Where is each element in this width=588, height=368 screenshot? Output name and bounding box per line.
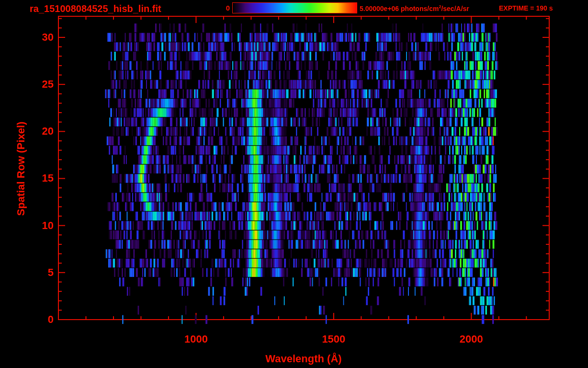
exptime-label: EXPTIME = 190 s bbox=[499, 4, 553, 12]
spectral-viewer-window: { "header": { "title": "ra_151008084525_… bbox=[0, 0, 588, 368]
y-tick-label-15: 15 bbox=[15, 172, 54, 185]
colorbar-max-label: 5.00000e+06 photons/cm2/sec/A/sr bbox=[360, 4, 469, 12]
colorbar-units-suffix: /sec/A/sr bbox=[441, 5, 469, 12]
colorbar bbox=[232, 2, 357, 13]
y-tick-label-10: 10 bbox=[15, 219, 54, 232]
colorbar-max-value: 5.00000e+06 bbox=[360, 5, 399, 12]
y-tick-label-0: 0 bbox=[15, 313, 54, 326]
y-tick-label-20: 20 bbox=[15, 125, 54, 138]
x-tick-label-2000: 2000 bbox=[450, 333, 493, 345]
file-title: ra_151008084525_hisb_lin.fit bbox=[30, 3, 161, 14]
colorbar-min-label: 0 bbox=[206, 4, 230, 12]
x-axis-title: Wavelength (Å) bbox=[208, 353, 399, 365]
y-tick-label-30: 30 bbox=[15, 31, 54, 44]
x-tick-label-1500: 1500 bbox=[312, 333, 355, 345]
y-tick-label-5: 5 bbox=[15, 266, 54, 279]
y-tick-label-25: 25 bbox=[15, 78, 54, 91]
x-tick-label-1000: 1000 bbox=[174, 333, 217, 345]
spectrogram-canvas bbox=[0, 0, 588, 368]
colorbar-units-prefix: photons/cm bbox=[399, 5, 439, 12]
